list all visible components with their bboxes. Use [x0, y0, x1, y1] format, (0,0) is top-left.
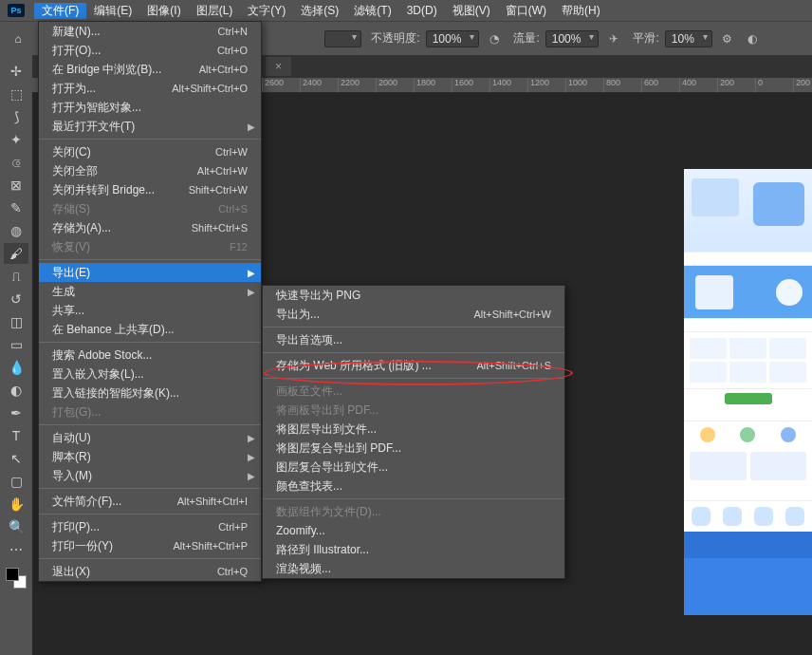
menu-edit[interactable]: 编辑(E): [86, 3, 139, 19]
menu-item[interactable]: 关闭全部Alt+Ctrl+W: [39, 161, 261, 180]
menu-item[interactable]: 导出(E)▶: [39, 263, 261, 282]
menu-item[interactable]: 最近打开文件(T)▶: [39, 117, 261, 136]
menu-item[interactable]: 打印(P)...Ctrl+P: [39, 517, 261, 536]
menu-item[interactable]: 自动(U)▶: [39, 428, 261, 447]
menu-shortcut: F12: [230, 241, 248, 253]
menu-item[interactable]: 在 Behance 上共享(D)...: [39, 320, 261, 339]
menu-window[interactable]: 窗口(W): [498, 3, 554, 19]
eraser-tool-icon[interactable]: ◫: [4, 311, 28, 332]
menu-item-label: 生成: [52, 284, 248, 300]
menu-item[interactable]: 文件简介(F)...Alt+Shift+Ctrl+I: [39, 492, 261, 511]
airbrush-icon[interactable]: ✈: [604, 29, 623, 48]
lasso-tool-icon[interactable]: ⟆: [4, 106, 28, 127]
brush-tool-icon[interactable]: 🖌: [4, 243, 28, 264]
edit-toolbar-icon[interactable]: ⋯: [4, 539, 28, 560]
menu-help[interactable]: 帮助(H): [554, 3, 608, 19]
menu-view[interactable]: 视图(V): [445, 3, 498, 19]
menu-image[interactable]: 图像(I): [139, 3, 188, 19]
pressure-opacity-icon[interactable]: ◔: [485, 29, 504, 48]
menu-item[interactable]: Zoomify...: [263, 521, 564, 540]
healing-tool-icon[interactable]: ◍: [4, 220, 28, 241]
menu-item[interactable]: 导出为...Alt+Shift+Ctrl+W: [263, 305, 564, 324]
menu-separator: [263, 327, 564, 328]
home-icon[interactable]: ⌂: [8, 28, 28, 49]
mode-dropdown[interactable]: [324, 30, 361, 47]
menu-3d[interactable]: 3D(D): [399, 4, 445, 17]
flow-value[interactable]: 100%: [545, 30, 600, 47]
menu-item-label: 数据组作为文件(D)...: [276, 504, 551, 520]
menu-item[interactable]: 将图层复合导出到 PDF...: [263, 439, 564, 458]
menu-item-label: 在 Bridge 中浏览(B)...: [52, 62, 199, 78]
menu-item[interactable]: 脚本(R)▶: [39, 447, 261, 466]
opacity-value[interactable]: 100%: [426, 30, 480, 47]
move-tool-icon[interactable]: ✢: [4, 61, 28, 82]
document-tab[interactable]: ×: [266, 57, 291, 76]
path-select-icon[interactable]: ↖: [4, 448, 28, 469]
frame-tool-icon[interactable]: ⊠: [4, 175, 28, 196]
menu-item[interactable]: 退出(X)Ctrl+Q: [39, 562, 261, 581]
menu-item[interactable]: 渲染视频...: [263, 559, 564, 578]
dodge-tool-icon[interactable]: ◐: [4, 380, 28, 401]
menu-item[interactable]: 快速导出为 PNG: [263, 286, 564, 305]
menu-item[interactable]: 打开为...Alt+Shift+Ctrl+O: [39, 79, 261, 98]
menu-separator: [263, 378, 564, 379]
menu-item[interactable]: 颜色查找表...: [263, 477, 564, 496]
menu-item[interactable]: 导入(M)▶: [39, 466, 261, 485]
type-tool-icon[interactable]: T: [4, 425, 28, 446]
gear-icon[interactable]: ⚙: [718, 29, 737, 48]
menu-separator: [39, 139, 261, 140]
pressure-size-icon[interactable]: ◐: [743, 29, 762, 48]
menu-item[interactable]: 存储为(A)...Shift+Ctrl+S: [39, 218, 261, 237]
history-brush-icon[interactable]: ↺: [4, 289, 28, 309]
smooth-value[interactable]: 10%: [665, 30, 712, 47]
menu-item[interactable]: 关闭并转到 Bridge...Shift+Ctrl+W: [39, 180, 261, 199]
menu-item[interactable]: 将图层导出到文件...: [263, 420, 564, 439]
color-swatches[interactable]: [6, 568, 27, 589]
ruler-tick: 2000: [376, 78, 414, 92]
blur-tool-icon[interactable]: 💧: [4, 357, 28, 378]
menu-item[interactable]: 打印一份(Y)Alt+Shift+Ctrl+P: [39, 536, 261, 555]
menu-item[interactable]: 搜索 Adobe Stock...: [39, 346, 261, 365]
menu-shortcut: Ctrl+S: [218, 203, 248, 215]
ruler-tick: 1400: [489, 78, 527, 92]
gradient-tool-icon[interactable]: ▭: [4, 334, 28, 355]
menu-item: 画板至文件...: [263, 382, 564, 401]
menu-select[interactable]: 选择(S): [293, 3, 346, 19]
menu-item[interactable]: 在 Bridge 中浏览(B)...Alt+Ctrl+O: [39, 60, 261, 79]
zoom-tool-icon[interactable]: 🔍: [4, 516, 28, 537]
magic-wand-tool-icon[interactable]: ✦: [4, 129, 28, 150]
menu-layer[interactable]: 图层(L): [189, 3, 241, 19]
menu-item[interactable]: 新建(N)...Ctrl+N: [39, 22, 261, 41]
menu-separator: [39, 259, 261, 260]
clone-tool-icon[interactable]: ⎍: [4, 266, 28, 287]
pen-tool-icon[interactable]: ✒: [4, 402, 28, 423]
shape-tool-icon[interactable]: ▢: [4, 471, 28, 492]
menu-item[interactable]: 打开(O)...Ctrl+O: [39, 41, 261, 60]
menu-item[interactable]: 图层复合导出到文件...: [263, 458, 564, 477]
menu-file[interactable]: 文件(F): [34, 3, 86, 19]
menu-item[interactable]: 存储为 Web 所用格式 (旧版) ...Alt+Shift+Ctrl+S: [263, 356, 564, 375]
hand-tool-icon[interactable]: ✋: [4, 494, 28, 515]
menu-item[interactable]: 导出首选项...: [263, 330, 564, 349]
menu-item-label: 渲染视频...: [276, 561, 551, 577]
menu-item-label: 导出首选项...: [276, 332, 551, 348]
close-icon[interactable]: ×: [275, 60, 282, 73]
menu-item[interactable]: 关闭(C)Ctrl+W: [39, 142, 261, 161]
marquee-tool-icon[interactable]: ⬚: [4, 84, 28, 104]
menu-shortcut: Alt+Shift+Ctrl+W: [473, 309, 551, 320]
menu-item[interactable]: 共享...: [39, 301, 261, 320]
ruler-tick: 600: [641, 78, 679, 92]
crop-tool-icon[interactable]: ⟃: [4, 152, 28, 173]
menu-item[interactable]: 打开为智能对象...: [39, 98, 261, 117]
menu-item[interactable]: 置入链接的智能对象(K)...: [39, 384, 261, 402]
menu-type[interactable]: 文字(Y): [240, 3, 293, 19]
menu-separator: [263, 352, 564, 353]
menu-item[interactable]: 生成▶: [39, 282, 261, 301]
menu-item[interactable]: 置入嵌入对象(L)...: [39, 365, 261, 384]
eyedropper-tool-icon[interactable]: ✎: [4, 197, 28, 218]
menu-item-label: 恢复(V): [52, 239, 230, 255]
menu-item-label: 关闭并转到 Bridge...: [52, 182, 189, 198]
menu-item-label: 在 Behance 上共享(D)...: [52, 322, 248, 338]
menu-filter[interactable]: 滤镜(T): [346, 3, 398, 19]
menu-item[interactable]: 路径到 Illustrator...: [263, 540, 564, 559]
